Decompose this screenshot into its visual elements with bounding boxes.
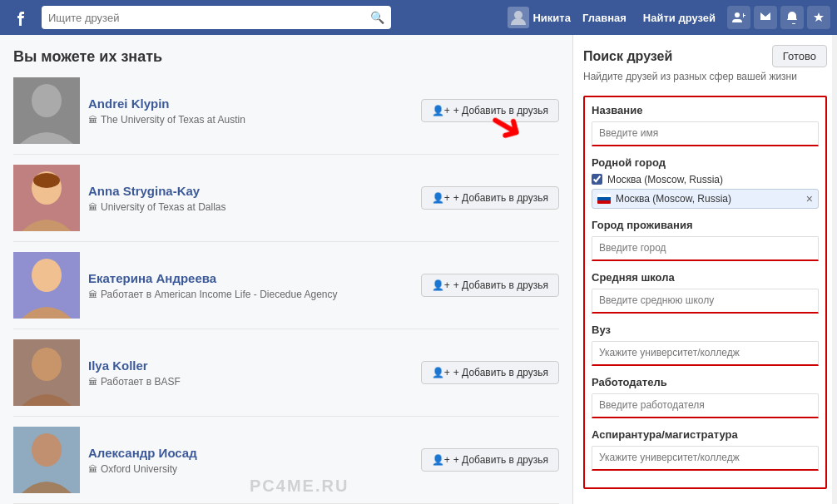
watermark: PC4ME.RU <box>250 477 349 496</box>
add-friend-label: + Добавить в друзья <box>453 279 548 291</box>
subtitle: Найдите друзей из разных сфер вашей жизн… <box>583 71 827 84</box>
filter-label-school: Средняя школа <box>592 271 819 284</box>
person-avatar <box>13 427 80 493</box>
add-friend-icon: 👤+ <box>432 367 450 378</box>
hometown-checkbox-label: Москва (Moscow, Russia) <box>607 174 723 185</box>
svg-point-0 <box>514 11 523 19</box>
svg-rect-6 <box>33 173 60 188</box>
filter-input-employer[interactable] <box>592 393 819 418</box>
add-friend-button[interactable]: 👤+ + Добавить в друзья <box>421 361 559 384</box>
filter-section-hometown: Родной город Москва (Moscow, Russia) Мос… <box>592 156 819 209</box>
user-name: Никита <box>532 12 570 24</box>
search-input[interactable] <box>48 12 365 24</box>
section-title: Вы можете их знать <box>13 48 559 66</box>
add-friend-button[interactable]: 👤+ + Добавить в друзья <box>421 274 559 297</box>
add-friend-label: + Добавить в друзья <box>453 454 548 466</box>
building-icon: 🏛 <box>88 377 97 387</box>
add-friend-icon: 👤+ <box>432 454 450 466</box>
person-card: Andrei Klypin 🏛 The University of Texas … <box>13 77 559 155</box>
building-icon: 🏛 <box>88 289 97 299</box>
person-info: Andrei Klypin 🏛 The University of Texas … <box>88 96 413 126</box>
hometown-checkbox[interactable] <box>592 174 602 185</box>
person-meta: 🏛 Работает в American Income Life - Diec… <box>88 289 413 300</box>
filter-label-name: Название <box>592 104 819 116</box>
nav-home-link[interactable]: Главная <box>577 8 631 27</box>
person-workplace: Oxford University <box>101 463 177 475</box>
filter-section-employer: Работодатель <box>592 376 819 418</box>
person-workplace: The University of Texas at Austin <box>101 114 245 126</box>
person-avatar <box>13 165 80 231</box>
filter-input-grad[interactable] <box>592 446 819 471</box>
friends-requests-icon[interactable] <box>727 6 750 29</box>
filter-label-grad: Аспирантура/магистратура <box>592 428 819 441</box>
person-card: Ilya Koller 🏛 Работает в BASF 👤+ + Добав… <box>13 339 559 417</box>
hometown-tag: Москва (Moscow, Russia) × <box>592 189 819 209</box>
add-friend-button[interactable]: 👤+ + Добавить в друзья <box>421 186 559 210</box>
hometown-tag-close-icon[interactable]: × <box>806 192 813 205</box>
right-panel-title: Поиск друзей <box>583 49 672 64</box>
user-avatar <box>508 7 529 28</box>
person-workplace: Работает в BASF <box>101 376 181 388</box>
nav-user[interactable]: Никита <box>508 7 570 28</box>
filter-section-grad: Аспирантура/магистратура <box>592 428 819 471</box>
svg-point-3 <box>32 84 62 117</box>
svg-point-8 <box>32 259 62 292</box>
person-info: Ilya Koller 🏛 Работает в BASF <box>88 358 413 388</box>
filter-input-school[interactable] <box>592 289 819 314</box>
add-friend-label: + Добавить в друзья <box>453 192 548 204</box>
filter-input-city[interactable] <box>592 236 819 261</box>
add-friend-icon: 👤+ <box>432 192 450 204</box>
person-name[interactable]: Ilya Koller <box>88 358 413 373</box>
filter-section-school: Средняя школа <box>592 271 819 314</box>
building-icon: 🏛 <box>88 115 97 125</box>
svg-point-10 <box>32 348 62 381</box>
filter-input-name[interactable] <box>592 121 819 146</box>
add-friend-label: + Добавить в друзья <box>453 105 548 116</box>
messages-icon[interactable] <box>754 6 777 29</box>
nav-find-friends-link[interactable]: Найти друзей <box>638 8 721 27</box>
add-friend-icon: 👤+ <box>432 105 450 116</box>
filters-container: НазваниеРодной город Москва (Moscow, Rus… <box>583 96 827 489</box>
person-name[interactable]: Andrei Klypin <box>88 96 413 111</box>
person-name[interactable]: Anna Strygina-Kay <box>88 184 413 198</box>
done-button[interactable]: Готово <box>772 45 827 67</box>
building-icon: 🏛 <box>88 464 97 474</box>
person-info: Екатерина Андреева 🏛 Работает в American… <box>88 271 413 300</box>
notifications-icon[interactable] <box>780 6 804 29</box>
scrollbar-track[interactable] <box>832 35 837 504</box>
add-friend-icon: 👤+ <box>432 279 450 291</box>
top-navigation: 🔍 Никита Главная Найти друзей <box>0 0 837 35</box>
person-meta: 🏛 Работает в BASF <box>88 376 413 388</box>
search-bar[interactable]: 🔍 <box>42 6 391 29</box>
filter-section-name: Название <box>592 104 819 146</box>
russia-flag-icon <box>597 194 611 204</box>
settings-icon[interactable] <box>807 6 830 29</box>
person-avatar <box>13 77 80 144</box>
facebook-logo[interactable] <box>7 3 35 32</box>
people-list: Andrei Klypin 🏛 The University of Texas … <box>13 77 559 504</box>
person-meta: 🏛 The University of Texas at Austin <box>88 114 413 126</box>
person-card: Anna Strygina-Kay 🏛 University of Texas … <box>13 165 559 242</box>
building-icon: 🏛 <box>88 202 97 212</box>
person-avatar <box>13 339 80 406</box>
right-panel-header: Поиск друзей Готово <box>583 45 827 67</box>
person-workplace: Работает в American Income Life - Dieced… <box>101 289 338 300</box>
svg-point-12 <box>32 433 62 467</box>
nav-icon-group <box>727 6 830 29</box>
left-panel: Вы можете их знать Andrei Klypin 🏛 The U… <box>0 35 572 504</box>
filter-input-university[interactable] <box>592 341 819 366</box>
hometown-tag-text: Москва (Moscow, Russia) <box>616 193 731 205</box>
person-info: Александр Иосад 🏛 Oxford University <box>88 446 413 475</box>
search-icon: 🔍 <box>370 11 384 24</box>
person-workplace: University of Texas at Dallas <box>101 201 226 213</box>
person-name[interactable]: Екатерина Андреева <box>88 271 413 285</box>
filter-label-city: Город проживания <box>592 219 819 231</box>
filter-label-university: Вуз <box>592 324 819 336</box>
svg-marker-1 <box>814 12 824 22</box>
add-friend-button[interactable]: 👤+ + Добавить в друзья <box>421 448 559 472</box>
add-friend-button[interactable]: 👤+ + Добавить в друзья <box>421 99 559 122</box>
filter-section-city: Город проживания <box>592 219 819 261</box>
add-friend-label: + Добавить в друзья <box>453 367 548 378</box>
person-meta: 🏛 University of Texas at Dallas <box>88 201 413 213</box>
person-name[interactable]: Александр Иосад <box>88 446 413 460</box>
